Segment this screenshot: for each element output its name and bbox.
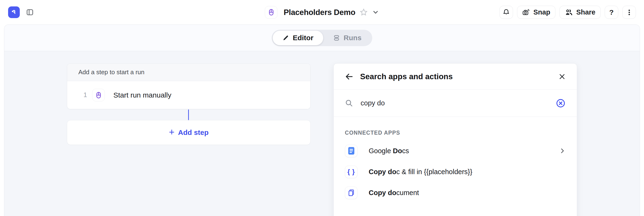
people-icon bbox=[565, 8, 573, 16]
step-app-chip bbox=[92, 89, 105, 101]
sidebar-toggle-icon bbox=[26, 8, 34, 16]
topbar: Placeholders Demo bbox=[0, 0, 644, 24]
notifications-button[interactable] bbox=[500, 6, 513, 19]
result-label: Copy doc & fill in {{placeholders}} bbox=[369, 168, 472, 176]
trigger-card-header: Add a step to start a run bbox=[67, 63, 310, 81]
panel-header: Search apps and actions bbox=[334, 63, 577, 90]
workflow-title: Placeholders Demo bbox=[284, 8, 355, 17]
tab-runs-label: Runs bbox=[344, 34, 362, 42]
workflow-menu-chevron[interactable] bbox=[372, 9, 379, 16]
copy-chip bbox=[345, 187, 358, 199]
add-step-label: Add step bbox=[178, 128, 209, 137]
panel-title: Search apps and actions bbox=[360, 72, 453, 81]
mouse-icon bbox=[267, 8, 275, 16]
google-docs-chip bbox=[345, 145, 358, 157]
topbar-actions: Snap Share ? bbox=[500, 6, 636, 19]
result-copy-doc-fill-placeholders[interactable]: { } Copy doc & fill in {{placeholders}} bbox=[334, 161, 577, 182]
share-button[interactable]: Share bbox=[560, 6, 601, 19]
star-icon bbox=[360, 8, 368, 16]
workspace: Editor Runs Add a step to start a run bbox=[4, 24, 640, 216]
result-copy-document[interactable]: Copy document bbox=[334, 182, 577, 203]
more-options-button[interactable] bbox=[622, 6, 636, 19]
bell-icon bbox=[502, 8, 510, 16]
sidebar-toggle-button[interactable] bbox=[26, 8, 34, 16]
result-google-docs[interactable]: Google Docs bbox=[334, 140, 577, 161]
relay-logo-icon bbox=[10, 8, 18, 16]
step-connector-line bbox=[188, 109, 189, 120]
search-results: Google Docs { } Copy doc & fill in {{pla… bbox=[334, 140, 577, 203]
trigger-card-header-label: Add a step to start a run bbox=[78, 68, 144, 76]
result-label: Google Docs bbox=[369, 147, 409, 155]
add-step-button[interactable]: + Add step bbox=[67, 120, 310, 145]
step-number: 1 bbox=[82, 91, 88, 99]
tab-runs[interactable]: Runs bbox=[323, 31, 371, 45]
workspace-header: Editor Runs bbox=[4, 25, 640, 51]
google-docs-icon bbox=[348, 147, 355, 155]
mouse-icon bbox=[94, 91, 103, 99]
close-icon bbox=[558, 73, 566, 80]
search-input[interactable] bbox=[360, 99, 548, 107]
view-switcher: Editor Runs bbox=[272, 30, 372, 46]
chevron-down-icon bbox=[372, 9, 379, 16]
pencil-icon bbox=[282, 34, 289, 41]
arrow-left-icon bbox=[345, 72, 354, 81]
share-label: Share bbox=[576, 8, 596, 16]
kebab-menu-icon bbox=[626, 9, 633, 16]
copy-document-icon bbox=[348, 189, 355, 197]
search-icon bbox=[345, 99, 353, 107]
camera-icon bbox=[522, 8, 530, 16]
result-label: Copy document bbox=[369, 189, 419, 197]
back-button[interactable] bbox=[345, 72, 354, 81]
help-label: ? bbox=[609, 8, 614, 16]
step-title: Start run manually bbox=[113, 91, 171, 99]
app-window: Placeholders Demo bbox=[0, 0, 644, 216]
tab-editor-label: Editor bbox=[293, 34, 314, 42]
snap-button[interactable]: Snap bbox=[517, 6, 556, 19]
tab-editor[interactable]: Editor bbox=[273, 31, 323, 45]
clear-circle-x-icon bbox=[556, 98, 566, 108]
trigger-card: Add a step to start a run 1 Start run ma… bbox=[67, 63, 310, 109]
clear-search-button[interactable] bbox=[556, 98, 566, 108]
help-button[interactable]: ? bbox=[605, 6, 618, 19]
favorite-star-button[interactable] bbox=[360, 8, 368, 16]
chevron-right-icon bbox=[559, 148, 566, 154]
connected-apps-label: CONNECTED APPS bbox=[334, 117, 577, 136]
plus-icon: + bbox=[169, 127, 174, 137]
topbar-left bbox=[8, 6, 34, 18]
relay-logo[interactable] bbox=[8, 6, 20, 18]
close-panel-button[interactable] bbox=[558, 73, 566, 80]
snap-label: Snap bbox=[533, 8, 550, 16]
runs-icon bbox=[333, 34, 340, 41]
search-apps-panel: Search apps and actions bbox=[334, 63, 577, 216]
workflow-header: Placeholders Demo bbox=[265, 6, 379, 18]
workflow-app-chip bbox=[265, 6, 278, 18]
search-row bbox=[334, 90, 577, 117]
trigger-step-row[interactable]: 1 Start run manually bbox=[67, 81, 310, 109]
braces-chip: { } bbox=[345, 166, 358, 178]
braces-icon: { } bbox=[348, 168, 355, 176]
workflow-canvas: Add a step to start a run 1 Start run ma… bbox=[4, 51, 640, 216]
